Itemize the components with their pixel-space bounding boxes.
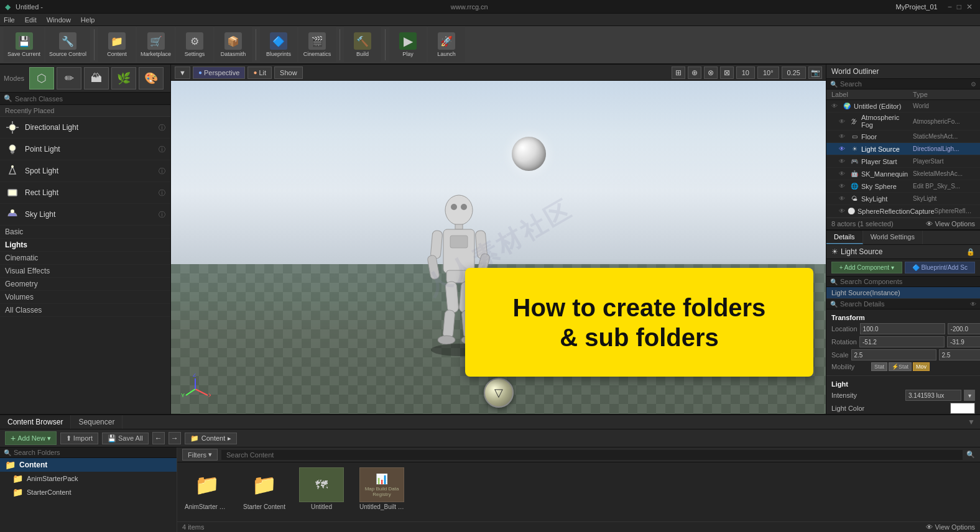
cb-tab-content[interactable]: Content Browser bbox=[0, 415, 71, 429]
component-instance-item[interactable]: Light Source(Instance) bbox=[826, 287, 980, 299]
viewport-icon-5[interactable]: 📷 bbox=[808, 66, 822, 79]
cb-search-folders-input[interactable] bbox=[14, 449, 173, 456]
cb-nav-back[interactable]: ← bbox=[152, 432, 165, 444]
folder-starter[interactable]: 📁 StarterContent bbox=[0, 485, 177, 499]
menu-help[interactable]: Help bbox=[81, 16, 95, 24]
point-light-info[interactable]: ⓘ bbox=[159, 145, 165, 154]
window-min[interactable]: − bbox=[948, 2, 952, 11]
mobility-stat1[interactable]: Stat bbox=[871, 362, 887, 371]
viewport-icon-1[interactable]: ⊞ bbox=[672, 66, 685, 79]
location-y[interactable] bbox=[948, 323, 980, 334]
outliner-search-settings[interactable]: ⚙ bbox=[971, 81, 976, 88]
outliner-item-sphere-reflection[interactable]: 👁 ⚪ SphereReflectionCapture SphereReflec… bbox=[826, 205, 980, 218]
outliner-search-input[interactable] bbox=[840, 80, 971, 88]
source-control-button[interactable]: 🔧 Source Control bbox=[45, 27, 90, 62]
outliner-item-sk-mannequin[interactable]: 👁 🤖 SK_Mannequin SkeletalMeshAc... bbox=[826, 168, 980, 180]
asset-anim-starter-pack[interactable]: 📁 AnimStarter Pack bbox=[182, 467, 232, 510]
section-cinematic[interactable]: Cinematic bbox=[0, 252, 170, 265]
sky-light-item[interactable]: Sky Light ⓘ bbox=[0, 204, 170, 226]
search-components-input[interactable] bbox=[840, 278, 976, 285]
window-close[interactable]: ✕ bbox=[966, 2, 973, 11]
search-classes-input[interactable] bbox=[15, 95, 167, 103]
mode-btn-mesh[interactable]: 🎨 bbox=[139, 67, 164, 89]
location-x[interactable] bbox=[860, 323, 945, 334]
add-component-btn[interactable]: + Add Component ▾ bbox=[831, 262, 902, 273]
viewport-menu-btn[interactable]: ▼ bbox=[175, 66, 190, 79]
import-btn[interactable]: ⬆ Import bbox=[60, 433, 98, 444]
scale-x[interactable] bbox=[851, 349, 936, 360]
play-button[interactable]: ▶ Play bbox=[389, 27, 427, 62]
marketplace-button[interactable]: 🛒 Marketplace bbox=[137, 27, 175, 62]
menu-file[interactable]: File bbox=[4, 16, 15, 24]
mobility-stat2[interactable]: ⚡Stat bbox=[889, 362, 912, 371]
directional-light-item[interactable]: Directional Light ⓘ bbox=[0, 117, 170, 139]
sky-light-info[interactable]: ⓘ bbox=[159, 210, 165, 219]
spot-light-item[interactable]: Spot Light ⓘ bbox=[0, 160, 170, 182]
mobility-mov[interactable]: Mov bbox=[913, 362, 930, 371]
section-volumes[interactable]: Volumes bbox=[0, 291, 170, 304]
blueprints-button[interactable]: 🔷 Blueprints bbox=[260, 27, 297, 62]
lit-btn[interactable]: ● Lit bbox=[247, 66, 272, 79]
viewport-icon-2[interactable]: ⊕ bbox=[688, 66, 701, 79]
viewport-icon-4[interactable]: ⊠ bbox=[720, 66, 734, 79]
blueprint-add-btn[interactable]: 🔷 Blueprint/Add Sc bbox=[905, 262, 976, 273]
cb-tab-sequencer[interactable]: Sequencer bbox=[71, 415, 122, 429]
details-eye-btn[interactable]: 👁 bbox=[970, 301, 976, 308]
asset-untitled-built[interactable]: 📊 Map Build Data Registry Untitled_Built… bbox=[354, 467, 410, 510]
viewport-grid-size[interactable]: 10 bbox=[736, 66, 755, 79]
add-new-btn[interactable]: + Add New ▾ bbox=[5, 431, 57, 445]
scale-y[interactable] bbox=[939, 349, 980, 360]
save-current-button[interactable]: 💾 Save Current bbox=[4, 27, 44, 62]
asset-untitled[interactable]: 🗺 Untitled bbox=[297, 467, 346, 510]
mode-btn-foliage[interactable]: 🌿 bbox=[111, 67, 136, 89]
launch-button[interactable]: 🚀 Launch bbox=[428, 27, 465, 62]
asset-starter-content[interactable]: 📁 Starter Content bbox=[239, 467, 289, 510]
outliner-item-sky-sphere[interactable]: 👁 🌐 Sky Sphere Edit BP_Sky_S... bbox=[826, 180, 980, 193]
details-lock-btn[interactable]: 🔒 bbox=[966, 248, 975, 256]
viewport-canvas[interactable]: 🎮 🏁 X Y Z 人人素材社区 How to crea bbox=[171, 81, 826, 414]
datasmith-button[interactable]: 📦 Datasmith bbox=[215, 27, 252, 62]
folder-content[interactable]: 📁 Content bbox=[0, 458, 177, 472]
outliner-item-atmospheric-fog[interactable]: 👁 🌫 Atmospheric Fog AtmosphericFo... bbox=[826, 112, 980, 131]
mode-btn-landscape[interactable]: 🏔 bbox=[84, 67, 109, 89]
section-all-classes[interactable]: All Classes bbox=[0, 304, 170, 317]
intensity-input[interactable] bbox=[905, 390, 961, 401]
light-color-swatch[interactable] bbox=[950, 403, 975, 414]
search-content-input[interactable] bbox=[221, 450, 963, 460]
save-all-btn[interactable]: 💾 Save All bbox=[102, 433, 149, 444]
outliner-item-player-start[interactable]: 👁 🎮 Player Start PlayerStart bbox=[826, 155, 980, 168]
content-button[interactable]: 📁 Content bbox=[98, 27, 136, 62]
folder-anim[interactable]: 📁 AnimStarterPack bbox=[0, 472, 177, 485]
rect-light-info[interactable]: ⓘ bbox=[159, 188, 165, 198]
section-basic[interactable]: Basic bbox=[0, 226, 170, 239]
nav-circle[interactable]: ▽ bbox=[484, 378, 514, 408]
spot-light-info[interactable]: ⓘ bbox=[159, 167, 165, 176]
tab-world-settings[interactable]: World Settings bbox=[863, 231, 923, 244]
cinematics-button[interactable]: 🎬 Cinematics bbox=[298, 27, 336, 62]
perspective-btn[interactable]: ● Perspective bbox=[193, 66, 246, 79]
search-details-input[interactable] bbox=[840, 300, 970, 308]
viewport-angle[interactable]: 10° bbox=[757, 66, 779, 79]
cb-view-options-btn[interactable]: 👁 View Options bbox=[926, 523, 975, 531]
settings-button[interactable]: ⚙ Settings bbox=[176, 27, 213, 62]
mode-btn-place[interactable]: ⬡ bbox=[29, 67, 54, 89]
view-options-btn[interactable]: 👁 View Options bbox=[926, 220, 975, 227]
show-btn[interactable]: Show bbox=[274, 66, 303, 79]
outliner-item-floor[interactable]: 👁 ▭ Floor StaticMeshAct... bbox=[826, 131, 980, 143]
window-max[interactable]: □ bbox=[957, 2, 961, 11]
rotation-y[interactable] bbox=[947, 336, 980, 347]
filters-btn[interactable]: Filters ▾ bbox=[182, 449, 218, 461]
section-visual-effects[interactable]: Visual Effects bbox=[0, 265, 170, 278]
rotation-x[interactable] bbox=[859, 336, 945, 347]
viewport-icon-3[interactable]: ⊗ bbox=[704, 66, 718, 79]
tab-details[interactable]: Details bbox=[826, 231, 863, 244]
directional-light-info[interactable]: ⓘ bbox=[159, 123, 165, 132]
cb-nav-fwd[interactable]: → bbox=[169, 432, 181, 444]
viewport-scale[interactable]: 0.25 bbox=[782, 66, 806, 79]
outliner-item-skylight[interactable]: 👁 🌤 SkyLight SkyLight bbox=[826, 193, 980, 205]
outliner-item-light-source[interactable]: 👁 ☀ Light Source DirectionalLigh... bbox=[826, 143, 980, 155]
rect-light-item[interactable]: Rect Light ⓘ bbox=[0, 182, 170, 204]
menu-window[interactable]: Window bbox=[47, 16, 71, 24]
section-geometry[interactable]: Geometry bbox=[0, 278, 170, 291]
mode-btn-paint[interactable]: ✏ bbox=[57, 67, 81, 89]
